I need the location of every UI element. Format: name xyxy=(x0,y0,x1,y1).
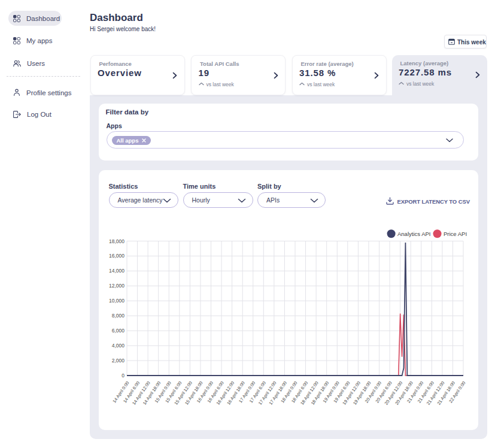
svg-text:2,000: 2,000 xyxy=(111,358,124,364)
svg-text:14,000: 14,000 xyxy=(109,268,124,274)
svg-text:6,000: 6,000 xyxy=(111,328,124,334)
svg-text:4,000: 4,000 xyxy=(111,343,124,349)
svg-text:Price API: Price API xyxy=(444,231,467,237)
svg-text:12,000: 12,000 xyxy=(109,283,124,289)
svg-text:Analytics API: Analytics API xyxy=(397,231,430,237)
svg-text:10,000: 10,000 xyxy=(109,298,124,304)
svg-text:16,000: 16,000 xyxy=(109,253,124,259)
svg-text:0: 0 xyxy=(122,373,124,379)
svg-text:18,000: 18,000 xyxy=(109,238,124,244)
svg-text:8,000: 8,000 xyxy=(111,313,124,319)
